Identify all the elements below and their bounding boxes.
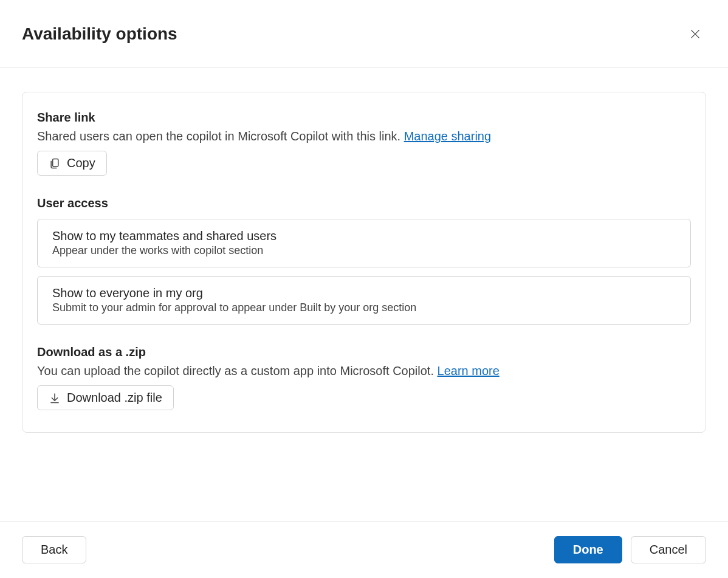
learn-more-link[interactable]: Learn more bbox=[438, 364, 500, 377]
share-link-section: Share link Shared users can open the cop… bbox=[37, 111, 691, 176]
footer-left: Back bbox=[22, 536, 86, 563]
share-link-description: Shared users can open the copilot in Mic… bbox=[37, 129, 691, 143]
options-card: Share link Shared users can open the cop… bbox=[22, 92, 706, 433]
access-option-title: Show to my teammates and shared users bbox=[52, 229, 676, 243]
copy-icon bbox=[49, 157, 61, 170]
copy-button-label: Copy bbox=[67, 156, 95, 170]
download-icon bbox=[49, 392, 61, 404]
done-button[interactable]: Done bbox=[554, 536, 622, 563]
access-option-description: Appear under the works with copilot sect… bbox=[52, 244, 676, 257]
access-option-title: Show to everyone in my org bbox=[52, 286, 676, 300]
access-option-everyone[interactable]: Show to everyone in my org Submit to you… bbox=[37, 276, 691, 325]
share-link-title: Share link bbox=[37, 111, 691, 125]
user-access-section: User access Show to my teammates and sha… bbox=[37, 196, 691, 325]
copy-button[interactable]: Copy bbox=[37, 151, 107, 176]
download-zip-title: Download as a .zip bbox=[37, 345, 691, 359]
svg-rect-2 bbox=[53, 159, 58, 167]
download-zip-button[interactable]: Download .zip file bbox=[37, 385, 174, 410]
download-zip-section: Download as a .zip You can upload the co… bbox=[37, 345, 691, 410]
download-zip-description: You can upload the copilot directly as a… bbox=[37, 364, 691, 378]
access-option-teammates[interactable]: Show to my teammates and shared users Ap… bbox=[37, 219, 691, 267]
close-icon bbox=[689, 28, 701, 40]
dialog-footer: Back Done Cancel bbox=[0, 521, 728, 578]
user-access-title: User access bbox=[37, 196, 691, 210]
footer-right: Done Cancel bbox=[554, 536, 706, 563]
access-option-description: Submit to your admin for approval to app… bbox=[52, 301, 676, 314]
close-button[interactable] bbox=[684, 23, 706, 45]
dialog-title: Availability options bbox=[22, 24, 177, 44]
manage-sharing-link[interactable]: Manage sharing bbox=[404, 129, 491, 143]
cancel-button[interactable]: Cancel bbox=[631, 536, 706, 563]
dialog-content: Share link Shared users can open the cop… bbox=[0, 67, 728, 521]
back-button[interactable]: Back bbox=[22, 536, 86, 563]
dialog-header: Availability options bbox=[0, 0, 728, 67]
download-zip-button-label: Download .zip file bbox=[67, 391, 162, 405]
